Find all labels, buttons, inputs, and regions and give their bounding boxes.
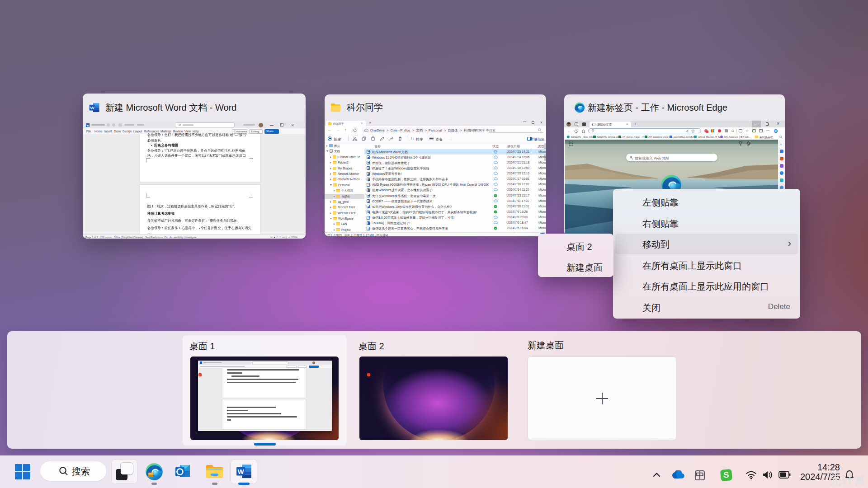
svg-text:W: W bbox=[90, 105, 95, 110]
svg-text:W: W bbox=[86, 124, 89, 127]
svg-text:W: W bbox=[238, 468, 244, 475]
